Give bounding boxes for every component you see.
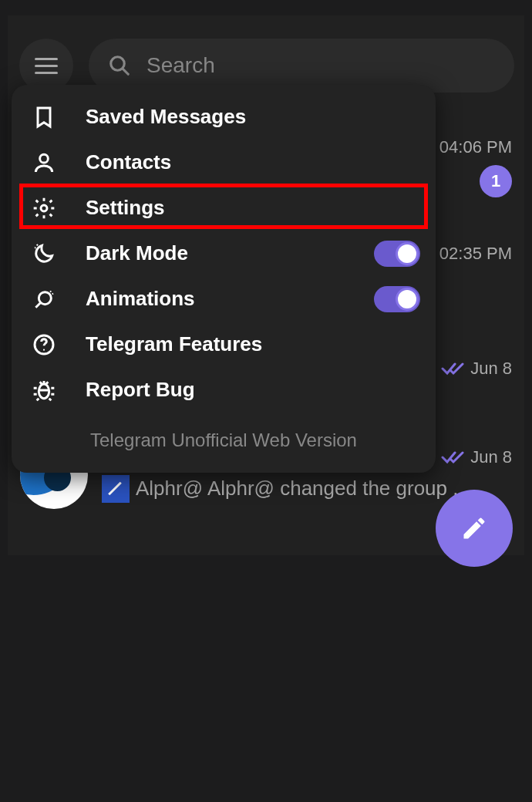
menu-footer: Telegram Unofficial Web Version <box>12 413 436 459</box>
preview-image-icon <box>102 475 130 503</box>
toggle-switch[interactable] <box>374 241 420 267</box>
moon-icon <box>32 241 86 266</box>
menu-item-contacts[interactable]: Contacts <box>12 140 436 185</box>
magnifier-sparkle-icon <box>32 287 86 312</box>
toggle-switch[interactable] <box>374 286 420 312</box>
person-icon <box>32 150 86 175</box>
menu-item-label: Saved Messages <box>86 105 246 129</box>
menu-item-label: Telegram Features <box>86 332 262 356</box>
svg-line-5 <box>35 302 40 307</box>
bookmark-icon <box>32 105 86 130</box>
menu-item-telegram-features[interactable]: Telegram Features <box>12 322 436 367</box>
chat-preview: Alphr@ Alphr@ changed the group ... <box>102 475 470 503</box>
double-check-icon <box>441 450 464 465</box>
svg-point-3 <box>41 205 47 211</box>
app-root: Search 04:06 PMi...102:35 PMuttons...Jun… <box>0 0 532 802</box>
svg-point-7 <box>43 349 45 350</box>
menu-item-saved-messages[interactable]: Saved Messages <box>12 94 436 140</box>
svg-line-1 <box>123 69 128 74</box>
menu-item-animations[interactable]: Animations <box>12 276 436 322</box>
bug-icon <box>32 378 86 403</box>
chat-time: Jun 8 <box>441 447 512 467</box>
svg-point-4 <box>39 291 51 304</box>
gear-icon <box>32 196 86 221</box>
search-icon <box>108 54 131 77</box>
menu-item-label: Animations <box>86 287 195 311</box>
unread-badge: 1 <box>480 165 512 197</box>
chat-time: 04:06 PM <box>439 137 512 157</box>
hamburger-icon <box>35 58 58 74</box>
chat-time: Jun 8 <box>441 359 512 379</box>
menu-item-dark-mode[interactable]: Dark Mode <box>12 231 436 276</box>
menu-item-label: Dark Mode <box>86 241 188 265</box>
menu-item-label: Settings <box>86 196 165 220</box>
menu-item-label: Contacts <box>86 150 171 174</box>
menu-item-label: Report Bug <box>86 378 195 402</box>
help-circle-icon <box>32 332 86 357</box>
compose-fab[interactable] <box>436 490 513 567</box>
double-check-icon <box>441 361 464 376</box>
chat-time: 02:35 PM <box>439 244 512 264</box>
search-placeholder: Search <box>146 53 215 78</box>
svg-point-2 <box>40 154 49 163</box>
pencil-icon <box>460 514 488 542</box>
main-menu-popup: Saved MessagesContactsSettingsDark ModeA… <box>12 85 436 473</box>
menu-item-settings[interactable]: Settings <box>12 185 436 231</box>
menu-item-report-bug[interactable]: Report Bug <box>12 367 436 413</box>
